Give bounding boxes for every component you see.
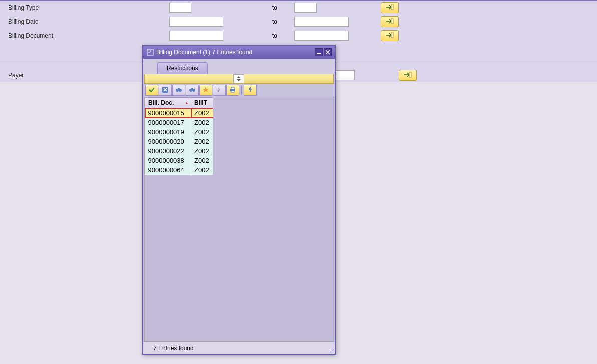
- star-icon: [202, 86, 209, 95]
- cell-bill-type: Z002: [191, 127, 213, 137]
- dialog-toolbar: + ?: [143, 84, 335, 97]
- x-icon: [162, 86, 169, 95]
- cell-bill-type: Z002: [191, 108, 213, 118]
- billing-type-multiselect-button[interactable]: [381, 2, 399, 13]
- svg-rect-17: [231, 91, 234, 92]
- cell-bill-doc: 9000000017: [145, 118, 191, 127]
- billing-document-label: Billing Document: [8, 32, 169, 39]
- close-button[interactable]: [324, 48, 332, 56]
- cell-bill-type: Z002: [191, 156, 213, 165]
- binoculars-icon: [175, 86, 182, 95]
- column-bill-doc[interactable]: Bill. Doc. ▲: [145, 98, 191, 108]
- printer-icon: [229, 86, 236, 95]
- table-row[interactable]: 9000000015Z002: [145, 108, 213, 118]
- minimize-button[interactable]: [315, 48, 323, 56]
- personal-values-button[interactable]: [199, 85, 212, 96]
- divider-bar[interactable]: [144, 74, 334, 84]
- billing-date-label: Billing Date: [8, 18, 169, 25]
- billing-document-to-label: to: [272, 32, 282, 39]
- cell-bill-type: Z002: [191, 137, 213, 146]
- check-icon: [148, 86, 155, 95]
- table-row[interactable]: 9000000019Z002: [145, 127, 213, 137]
- payer-multiselect-button[interactable]: [399, 70, 417, 81]
- billing-document-from-input[interactable]: [169, 31, 223, 41]
- dialog-titlebar[interactable]: Billing Document (1) 7 Entries found: [143, 46, 335, 59]
- billing-type-label: Billing Type: [8, 4, 169, 11]
- find-button[interactable]: [172, 85, 185, 96]
- row-billing-document: Billing Document to: [0, 29, 597, 43]
- arrow-right-icon: [386, 32, 394, 40]
- table-row[interactable]: 9000000064Z002: [145, 165, 213, 175]
- dialog-title: Billing Document (1) 7 Entries found: [156, 49, 314, 56]
- arrow-right-icon: [404, 71, 412, 80]
- billing-date-to-input[interactable]: [294, 17, 349, 27]
- question-icon: ?: [216, 86, 223, 95]
- column-bill-type-label: BillT: [194, 99, 207, 106]
- row-billing-type: Billing Type to: [0, 1, 597, 15]
- column-bill-type[interactable]: BillT: [191, 98, 213, 108]
- status-text: 7 Entries found: [153, 345, 194, 352]
- svg-rect-2: [391, 33, 393, 38]
- copy-button[interactable]: [145, 85, 158, 96]
- results-table: Bill. Doc. ▲ BillT 9000000015Z0029000000…: [145, 97, 213, 175]
- results-table-area[interactable]: Bill. Doc. ▲ BillT 9000000015Z0029000000…: [144, 97, 334, 342]
- table-row[interactable]: 9000000017Z002: [145, 118, 213, 127]
- svg-rect-3: [409, 72, 411, 77]
- print-button[interactable]: [226, 85, 239, 96]
- pin-icon: [247, 86, 254, 95]
- table-row[interactable]: 9000000038Z002: [145, 156, 213, 165]
- cell-bill-doc: 9000000019: [145, 127, 191, 137]
- table-row[interactable]: 9000000020Z002: [145, 137, 213, 146]
- help-button[interactable]: ?: [213, 85, 226, 96]
- svg-rect-12: [191, 88, 193, 90]
- binoculars-plus-icon: +: [189, 86, 196, 95]
- billing-document-multiselect-button[interactable]: [381, 30, 399, 41]
- cell-bill-type: Z002: [191, 146, 213, 156]
- toolbar-separator: [241, 85, 242, 95]
- billing-date-from-input[interactable]: [169, 17, 223, 27]
- cell-bill-doc: 9000000064: [145, 165, 191, 175]
- billing-date-to-label: to: [272, 18, 282, 25]
- tab-restrictions[interactable]: Restrictions: [157, 62, 208, 74]
- svg-rect-9: [178, 88, 180, 90]
- cell-bill-type: Z002: [191, 118, 213, 127]
- svg-text:?: ?: [217, 87, 221, 93]
- cancel-button[interactable]: [159, 85, 172, 96]
- sort-ascending-icon: ▲: [185, 101, 189, 105]
- cell-bill-doc: 9000000015: [145, 108, 191, 118]
- search-help-icon: [146, 48, 154, 56]
- dialog-status-bar: 7 Entries found: [143, 342, 335, 354]
- billing-type-to-label: to: [272, 4, 282, 11]
- find-next-button[interactable]: +: [186, 85, 199, 96]
- svg-rect-0: [391, 5, 393, 10]
- dialog-body: Restrictions + ? Bill. Doc.: [143, 59, 335, 354]
- cell-bill-doc: 9000000038: [145, 156, 191, 165]
- column-bill-doc-label: Bill. Doc.: [148, 99, 174, 106]
- cell-bill-doc: 9000000022: [145, 146, 191, 156]
- billing-document-to-input[interactable]: [294, 31, 349, 41]
- arrow-right-icon: [386, 4, 394, 12]
- billing-type-from-input[interactable]: [169, 3, 191, 13]
- svg-rect-16: [231, 87, 234, 89]
- table-row[interactable]: 9000000022Z002: [145, 146, 213, 156]
- billing-date-multiselect-button[interactable]: [381, 16, 399, 27]
- row-billing-date: Billing Date to: [0, 15, 597, 29]
- cell-bill-type: Z002: [191, 165, 213, 175]
- expand-collapse-icon[interactable]: [233, 74, 244, 83]
- svg-rect-5: [317, 53, 321, 54]
- tab-strip: Restrictions: [143, 59, 335, 74]
- resize-grip-icon[interactable]: [328, 347, 334, 353]
- billing-type-to-input[interactable]: [294, 3, 317, 13]
- layout-button[interactable]: [244, 85, 257, 96]
- svg-rect-1: [391, 19, 393, 24]
- search-help-dialog: Billing Document (1) 7 Entries found Res…: [142, 45, 336, 355]
- cell-bill-doc: 9000000020: [145, 137, 191, 146]
- svg-text:+: +: [194, 86, 196, 89]
- arrow-right-icon: [386, 18, 394, 26]
